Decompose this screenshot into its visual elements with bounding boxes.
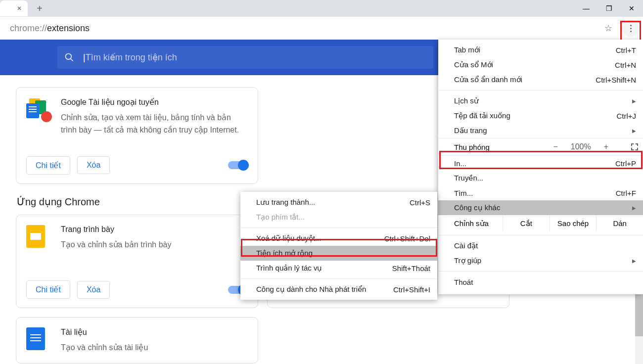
more-tools-submenu: Lưu trang thành...Ctrl+S Tạo phím tắt...…	[240, 192, 437, 300]
menu-label: Trợ giúp	[454, 256, 481, 265]
menu-paste[interactable]: Dán	[596, 215, 643, 232]
menu-label: Cửa sổ Mới	[454, 60, 493, 69]
menu-separator	[438, 235, 643, 235]
menu-label: Dấu trang	[454, 126, 487, 135]
window-controls: — ❐ ✕	[575, 0, 643, 17]
menu-label: Truyền...	[454, 174, 483, 182]
menu-label: In...	[454, 159, 466, 168]
bookmark-star-icon[interactable]: ☆	[604, 23, 612, 34]
details-button[interactable]: Chi tiết	[26, 156, 70, 175]
address-bar-row: chrome://extensions ☆	[0, 17, 643, 40]
menu-zoom: Thu phóng − 100% +	[438, 138, 643, 156]
menu-label: Thoát	[454, 278, 473, 286]
submenu-task-manager[interactable]: Trình quản lý tác vụShift+Thoát	[240, 261, 437, 275]
extensions-search[interactable]: | Tìm kiếm trong tiện ích	[57, 46, 433, 69]
menu-label: Công cụ khác	[454, 203, 500, 212]
extension-description: Tạo và chỉnh sửa tài liệu	[61, 342, 148, 354]
menu-label: Cài đặt	[454, 241, 478, 250]
menu-find[interactable]: Tìm...Ctrl+F	[438, 185, 643, 200]
menu-label: Cửa sổ ẩn danh mới	[454, 75, 522, 84]
chrome-main-menu: Tab mớiCtrl+T Cửa sổ MớiCtrl+N Cửa sổ ẩn…	[438, 40, 643, 294]
menu-print[interactable]: In...Ctrl+P	[438, 156, 643, 171]
submenu-save-page[interactable]: Lưu trang thành...Ctrl+S	[240, 195, 437, 210]
address-prefix: chrome://	[10, 23, 47, 34]
extension-card-slides: Trang trình bày Tạo và chỉnh sửa bản trì…	[16, 215, 258, 309]
enable-toggle[interactable]	[228, 161, 248, 169]
remove-button[interactable]: Xóa	[77, 156, 110, 174]
menu-settings[interactable]: Cài đặt	[438, 238, 643, 253]
menu-copy[interactable]: Sao chép	[550, 215, 597, 232]
extension-card-docs: Tài liệu Tạo và chỉnh sửa tài liệu	[16, 317, 258, 364]
details-button[interactable]: Chi tiết	[26, 280, 70, 299]
menu-downloads[interactable]: Tệp đã tải xuốngCtrl+J	[438, 108, 643, 123]
zoom-in-button[interactable]: +	[604, 142, 608, 151]
menu-new-window[interactable]: Cửa sổ MớiCtrl+N	[438, 57, 643, 72]
menu-shortcut: Ctrl+P	[615, 159, 636, 168]
browser-tab[interactable]: ✕	[0, 0, 28, 16]
menu-label: Tệp đã tải xuống	[454, 111, 510, 120]
menu-label: Xoá dữ liệu duyệt...	[256, 234, 321, 243]
chevron-right-icon: ▶	[632, 98, 636, 104]
fullscreen-icon[interactable]	[631, 143, 638, 150]
menu-new-tab[interactable]: Tab mớiCtrl+T	[438, 43, 643, 57]
extension-title: Google Tài liệu ngoại tuyến	[61, 97, 248, 107]
menu-shortcut: Ctrl+F	[616, 189, 636, 197]
menu-cut[interactable]: Cắt	[503, 215, 550, 232]
menu-exit[interactable]: Thoát	[438, 274, 643, 289]
menu-shortcut: Ctrl+Shift+Del	[384, 234, 430, 243]
menu-separator	[240, 228, 437, 228]
close-window-button[interactable]: ✕	[620, 0, 643, 17]
menu-separator	[438, 90, 643, 91]
search-icon	[64, 52, 74, 62]
menu-label: Công cụ dành cho Nhà phát triển	[256, 285, 366, 294]
slides-icon	[26, 225, 50, 249]
svg-line-1	[71, 59, 73, 61]
submenu-clear-data[interactable]: Xoá dữ liệu duyệt...Ctrl+Shift+Del	[240, 231, 437, 246]
chevron-right-icon: ▶	[632, 128, 636, 134]
zoom-out-button[interactable]: −	[553, 142, 557, 151]
menu-separator	[240, 278, 437, 279]
remove-button[interactable]: Xóa	[77, 281, 110, 299]
menu-more-tools[interactable]: Công cụ khác▶	[438, 200, 643, 215]
menu-shortcut: Ctrl+Shift+N	[596, 76, 636, 84]
address-path: extensions	[47, 23, 90, 34]
menu-shortcut: Ctrl+T	[616, 46, 636, 54]
menu-shortcut: Ctrl+N	[615, 61, 636, 69]
extension-description: Tạo và chỉnh sửa bản trình bày	[61, 239, 171, 251]
menu-help[interactable]: Trợ giúp▶	[438, 253, 643, 268]
submenu-extensions[interactable]: Tiện ích mở rộng	[240, 246, 437, 261]
menu-label: Lưu trang thành...	[256, 198, 315, 207]
maximize-button[interactable]: ❐	[597, 0, 620, 17]
chevron-right-icon: ▶	[632, 258, 636, 264]
address-bar[interactable]: chrome://extensions	[3, 19, 604, 37]
menu-shortcut: Ctrl+J	[616, 112, 636, 120]
menu-shortcut: Ctrl+Shift+I	[393, 285, 430, 294]
tab-strip: ✕ + — ❐ ✕	[0, 0, 643, 17]
zoom-level: 100%	[571, 142, 591, 151]
menu-edit-row: Chỉnh sửa Cắt Sao chép Dán	[438, 215, 643, 232]
docs-offline-icon	[26, 97, 50, 121]
submenu-create-shortcut: Tạo phím tắt...	[240, 210, 437, 225]
chevron-right-icon: ▶	[632, 205, 636, 211]
menu-history[interactable]: Lịch sử▶	[438, 93, 643, 108]
menu-label: Trình quản lý tác vụ	[256, 264, 322, 273]
menu-shortcut: Shift+Thoát	[392, 264, 430, 273]
menu-label: Lịch sử	[454, 96, 479, 105]
menu-bookmarks[interactable]: Dấu trang▶	[438, 123, 643, 138]
menu-incognito[interactable]: Cửa sổ ẩn danh mớiCtrl+Shift+N	[438, 72, 643, 87]
menu-shortcut: Ctrl+S	[410, 198, 430, 207]
new-tab-button[interactable]: +	[33, 1, 46, 15]
svg-point-0	[66, 54, 72, 60]
kebab-icon	[630, 25, 632, 32]
chrome-menu-button[interactable]	[622, 20, 639, 37]
menu-label: Tiện ích mở rộng	[256, 249, 313, 258]
docs-icon	[26, 327, 50, 351]
submenu-dev-tools[interactable]: Công cụ dành cho Nhà phát triểnCtrl+Shif…	[240, 282, 437, 297]
extension-title: Trang trình bày	[61, 225, 171, 234]
menu-cast[interactable]: Truyền...	[438, 171, 643, 185]
close-tab-icon[interactable]: ✕	[16, 5, 23, 12]
minimize-button[interactable]: —	[575, 0, 597, 17]
menu-label: Tab mới	[454, 46, 480, 54]
menu-label: Chỉnh sửa	[438, 219, 503, 228]
menu-label: Tạo phím tắt...	[256, 213, 305, 222]
